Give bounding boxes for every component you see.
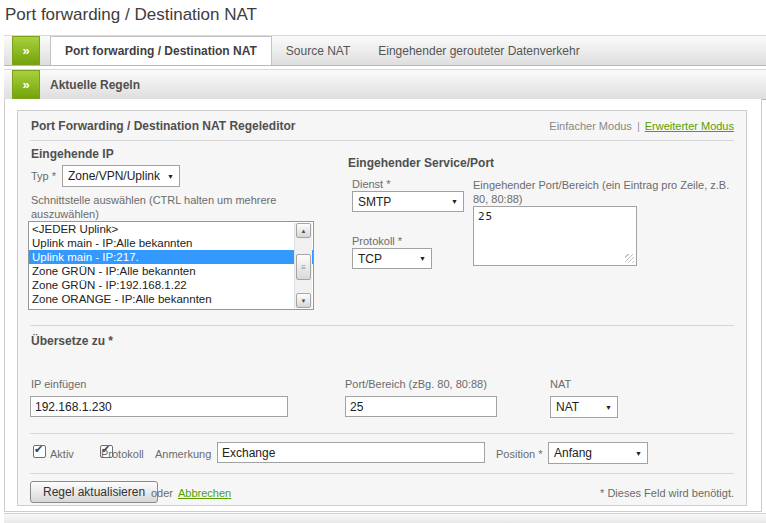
mode-separator: |	[637, 120, 640, 132]
divider	[30, 433, 734, 434]
rule-editor-panel: Port Forwarding / Destination NAT Regele…	[17, 110, 747, 506]
next-section-bar	[4, 513, 766, 523]
tab-source-nat[interactable]: Source NAT	[272, 36, 364, 65]
position-label: Position *	[496, 448, 542, 460]
protocol-select[interactable]: TCP ▼	[352, 248, 432, 269]
list-option[interactable]: Zone GRÜN - IP:192.168.1.22	[29, 278, 313, 292]
list-option[interactable]: Zone ORANGE - IP:Alle bekannten	[29, 292, 313, 306]
scrollbar-thumb[interactable]: ≡	[296, 254, 311, 280]
section-bar-aktuelle-regeln[interactable]: » Aktuelle Regeln	[4, 69, 766, 100]
scroll-down-icon[interactable]: ▼	[296, 293, 311, 308]
listbox-scrollbar[interactable]: ▲ ≡ ▼	[294, 223, 312, 308]
chevron-down-icon: ▼	[167, 173, 174, 180]
check-icon: ✔	[34, 443, 43, 456]
divider	[30, 140, 734, 141]
nat-select-value: NAT	[556, 400, 579, 414]
nat-label: NAT	[550, 378, 571, 390]
rules-section-container: Port Forwarding / Destination NAT Regele…	[4, 99, 762, 512]
interface-list-label: Schnittstelle auswählen (CTRL halten um …	[31, 193, 323, 221]
anmerkung-label: Anmerkung	[155, 448, 211, 460]
cancel-link[interactable]: Abbrechen	[178, 487, 231, 499]
type-select[interactable]: Zone/VPN/Uplink ▼	[62, 165, 180, 187]
tab-label: Source NAT	[286, 44, 350, 58]
translate-port-input[interactable]	[345, 396, 497, 417]
type-select-value: Zone/VPN/Uplink	[68, 169, 160, 183]
section-bar-label: Aktuelle Regeln	[50, 70, 140, 99]
chevron-down-icon: ▼	[635, 450, 642, 457]
protocol-label: Protokoll *	[352, 235, 402, 247]
page-title: Port forwarding / Destination NAT	[5, 5, 257, 25]
anmerkung-input[interactable]	[217, 442, 485, 463]
incoming-port-label: Eingehender Port/Bereich (ein Eintrag pr…	[473, 178, 745, 206]
chevrons-icon: »	[12, 36, 40, 65]
main-tabbar: » Port forwarding / Destination NAT Sour…	[4, 35, 766, 66]
mode-switcher: Einfacher Modus|Erweiterter Modus	[549, 120, 734, 132]
insert-ip-input[interactable]	[30, 396, 288, 417]
tab-label: Port forwarding / Destination NAT	[65, 44, 257, 58]
incoming-ip-heading: Eingehende IP	[31, 147, 114, 161]
position-select-value: Anfang	[554, 446, 592, 460]
protokoll-checkbox-label: Protokoll	[101, 448, 144, 460]
incoming-service-heading: Eingehender Service/Port	[348, 156, 494, 170]
aktiv-checkbox[interactable]: ✔	[33, 445, 46, 458]
translate-port-label: Port/Bereich (zBg. 80, 80:88)	[345, 378, 487, 390]
divider	[30, 473, 734, 474]
required-note: * Dieses Feld wird benötigt.	[600, 487, 734, 499]
list-option-selected[interactable]: Uplink main - IP:217.	[29, 250, 313, 264]
list-option[interactable]: Zone ORANGE - IP:192.168.10.1	[29, 306, 313, 310]
scroll-up-icon[interactable]: ▲	[296, 223, 311, 238]
tab-incoming-routed-traffic[interactable]: Eingehender gerouteter Datenverkehr	[364, 36, 593, 65]
editor-title: Port Forwarding / Destination NAT Regele…	[31, 119, 295, 133]
list-option[interactable]: Uplink main - IP:Alle bekannten	[29, 236, 313, 250]
translate-to-heading: Übersetze zu *	[31, 334, 113, 348]
advanced-mode-link[interactable]: Erweiterter Modus	[645, 120, 734, 132]
incoming-port-textarea[interactable]: 25	[473, 206, 637, 266]
chevrons-icon: »	[12, 70, 40, 99]
service-select-value: SMTP	[358, 195, 391, 209]
nat-select[interactable]: NAT ▼	[550, 396, 618, 418]
list-option[interactable]: <JEDER Uplink>	[29, 222, 313, 236]
simple-mode-label: Einfacher Modus	[549, 120, 632, 132]
oder-label: oder	[151, 487, 173, 499]
service-label: Dienst *	[352, 178, 391, 190]
divider	[30, 325, 734, 326]
service-select[interactable]: SMTP ▼	[352, 191, 464, 212]
protocol-select-value: TCP	[358, 252, 382, 266]
tab-port-forwarding-dnat[interactable]: Port forwarding / Destination NAT	[50, 36, 272, 65]
interface-listbox[interactable]: <JEDER Uplink> Uplink main - IP:Alle bek…	[28, 221, 314, 310]
chevron-down-icon: ▼	[419, 255, 426, 262]
aktiv-label: Aktiv	[50, 448, 74, 460]
type-label: Typ *	[31, 170, 56, 182]
position-select[interactable]: Anfang ▼	[548, 442, 648, 464]
list-option[interactable]: Zone GRÜN - IP:Alle bekannten	[29, 264, 313, 278]
tab-label: Eingehender gerouteter Datenverkehr	[378, 44, 579, 58]
incoming-port-field-wrap: 25	[473, 206, 637, 266]
update-rule-button[interactable]: Regel aktualisieren	[30, 481, 158, 503]
insert-ip-label: IP einfügen	[31, 378, 86, 390]
chevron-down-icon: ▼	[451, 198, 458, 205]
chevron-down-icon: ▼	[605, 404, 612, 411]
